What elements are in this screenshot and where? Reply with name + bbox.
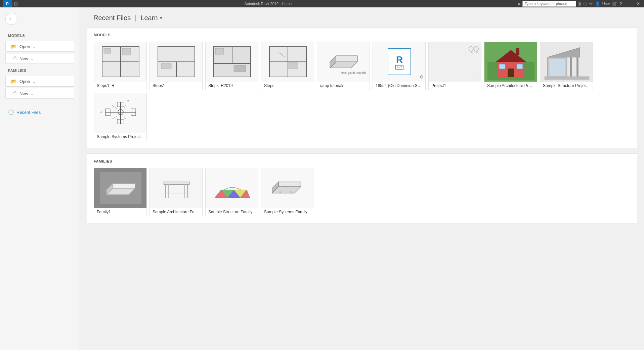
file-card-arch-family[interactable]: Sample Architecture Family [149, 168, 203, 216]
file-card-steps1[interactable]: Steps1 [149, 42, 203, 90]
file-name-steps: Steps [261, 82, 314, 90]
file-name-struct-project: Sample Structure Project [540, 82, 593, 90]
file-card-ramp[interactable]: thank you for watching ramp tutorials [317, 42, 370, 90]
window-controls[interactable]: ─ □ ✕ [623, 1, 641, 6]
models-new-label: New ... [19, 56, 33, 61]
svg-rect-15 [161, 63, 171, 69]
toolbar-icons: ⊞ ⊙ ☆ 👤 User 🛒 ? [577, 1, 622, 6]
svg-rect-7 [104, 48, 111, 53]
file-card-systems-project[interactable]: A B Sample Systems Project [94, 93, 147, 141]
models-grid: Steps1_R [94, 42, 630, 141]
file-card-steps[interactable]: Steps [261, 42, 314, 90]
sidebar: ← MODELS 📂 Open ... 📄 New ... FAMILIES 📂… [0, 7, 80, 350]
help-icon[interactable]: ? [619, 1, 622, 6]
recent-files-nav-link[interactable]: Recent Files [93, 14, 131, 22]
main-layout: ← MODELS 📂 Open ... 📄 New ... FAMILIES 📂… [0, 7, 644, 350]
qq-placeholder: QQ [468, 45, 478, 53]
svg-marker-48 [548, 47, 579, 57]
floor-plan-svg-4 [268, 45, 308, 79]
gear-icon: ⚙ [420, 74, 424, 80]
house-svg [487, 43, 534, 80]
svg-rect-8 [122, 48, 131, 55]
recent-icon: 🕐 [8, 110, 14, 115]
families-new-button[interactable]: 📄 New ... [5, 88, 74, 99]
thumb-steps1 [150, 42, 203, 82]
families-section-title: FAMILIES [0, 65, 80, 75]
family1-svg [100, 172, 142, 204]
thumb-stepsr2019 [206, 42, 258, 82]
svg-text:B: B [127, 99, 129, 102]
families-section: FAMILIES Family1 [87, 154, 637, 223]
systems-family-svg [267, 172, 309, 204]
user-icon[interactable]: 👤 [595, 1, 600, 6]
families-open-label: Open ... [19, 79, 35, 84]
sync-icon[interactable]: ⊙ [583, 1, 587, 6]
struct-family-svg [211, 172, 253, 204]
svg-point-94 [291, 191, 292, 193]
file-card-struct-family[interactable]: Sample Structure Family [205, 168, 258, 216]
collab-icon[interactable]: ⊞ [577, 1, 581, 6]
back-button[interactable]: ← [5, 13, 17, 25]
svg-rect-43 [508, 69, 514, 77]
thumb-struct-family [206, 168, 258, 208]
floor-plan-svg-1 [100, 45, 141, 79]
maximize-button[interactable]: □ [630, 1, 635, 6]
thumb-steps [261, 42, 314, 82]
systems-svg: A B [99, 95, 142, 131]
svg-marker-90 [278, 182, 301, 186]
models-open-button[interactable]: 📂 Open ... [5, 41, 74, 52]
loading-dots: · · · [474, 75, 479, 79]
svg-line-61 [124, 105, 126, 109]
thumb-systems-project: A B [94, 93, 147, 133]
learn-label: Learn [140, 14, 158, 22]
close-button[interactable]: ✕ [635, 1, 641, 6]
file-name-project1: Project1 [429, 82, 481, 90]
file-card-struct-project[interactable]: Sample Structure Project [540, 42, 593, 90]
sidebar-divider [5, 103, 74, 103]
revit-r-letter: R [396, 54, 403, 65]
svg-rect-70 [164, 182, 189, 184]
minimize-button[interactable]: ─ [623, 1, 629, 6]
titlebar-right: ▶ ⊞ ⊙ ☆ 👤 User 🛒 ? ─ □ ✕ [518, 1, 641, 7]
file-new-icon: 📄 [11, 56, 17, 61]
svg-rect-45 [517, 64, 523, 69]
content-area: Recent Files | Learn ▼ MODELS [80, 7, 644, 350]
titlebar: R ⊟ Autodesk Revit 2019 - Home ▶ ⊞ ⊙ ☆ 👤… [0, 0, 644, 7]
thumb-struct-project [540, 42, 593, 82]
file-name-steps1r: Steps1_R [94, 82, 146, 90]
svg-text:A: A [100, 111, 102, 113]
svg-rect-50 [576, 57, 578, 78]
file-card-family1[interactable]: Family1 [94, 168, 147, 216]
svg-rect-23 [234, 65, 246, 72]
file-name-arch-project: Sample Architecture Project [484, 82, 537, 90]
thumb-ramp: thank you for watching [317, 42, 370, 82]
folder-open-icon2: 📂 [11, 79, 17, 84]
titlebar-left: R ⊟ [3, 0, 18, 7]
top-nav: Recent Files | Learn ▼ [80, 7, 644, 27]
file-card-systems-family[interactable]: Sample Systems Family [261, 168, 314, 216]
cart-icon[interactable]: 🛒 [612, 1, 617, 6]
models-new-button[interactable]: 📄 New ... [5, 53, 74, 64]
rvt-label: RVT [395, 65, 403, 70]
search-input[interactable] [522, 1, 576, 7]
learn-nav-button[interactable]: Learn ▼ [140, 14, 163, 22]
back-icon: ← [9, 16, 14, 22]
thumb-project1: QQ · · · [429, 42, 481, 82]
thumb-arch-project [484, 42, 537, 82]
file-card-arch-project[interactable]: Sample Architecture Project [484, 42, 537, 90]
file-card-steps1r[interactable]: Steps1_R [94, 42, 147, 90]
families-open-button[interactable]: 📂 Open ... [5, 76, 74, 87]
svg-rect-24 [215, 48, 224, 54]
nav-separator: | [135, 14, 136, 22]
file-card-stepsr2019[interactable]: Steps_R2019 [205, 42, 258, 90]
star-icon[interactable]: ☆ [589, 1, 593, 6]
app-logo: R [3, 0, 12, 7]
svg-point-93 [279, 191, 281, 193]
file-card-18554[interactable]: R RVT ⚙ 18554 (Old Dominion Stadiu... [373, 42, 426, 90]
file-name-arch-family: Sample Architecture Family [150, 208, 202, 216]
svg-rect-44 [499, 64, 505, 69]
file-card-project1[interactable]: QQ · · · Project1 [428, 42, 481, 90]
recent-files-link[interactable]: 🕐 Recent Files [0, 107, 80, 117]
svg-rect-32 [289, 62, 298, 69]
svg-rect-51 [549, 58, 565, 76]
